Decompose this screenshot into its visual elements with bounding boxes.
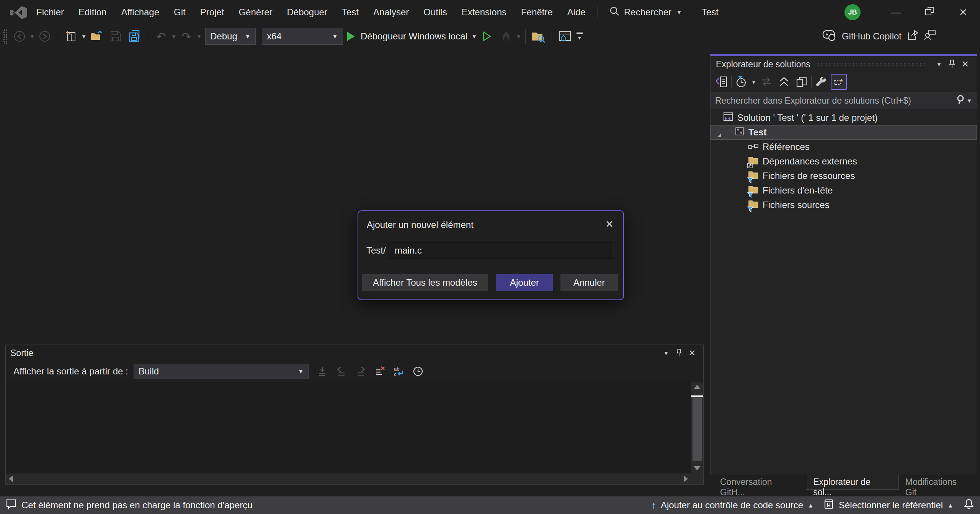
next-message-icon[interactable] xyxy=(352,363,369,380)
solution-explorer-window-button[interactable] xyxy=(556,28,574,45)
undo-button[interactable]: ↶ xyxy=(152,28,170,45)
tab-git-changes[interactable]: Modifications Git xyxy=(898,475,977,490)
properties-icon[interactable] xyxy=(813,74,829,90)
scroll-up-icon[interactable] xyxy=(694,385,701,389)
menu-fenetre[interactable]: Fenêtre xyxy=(514,0,560,24)
tree-row-solution[interactable]: Solution ' Test ' (' 1 sur 1 de projet) xyxy=(710,111,977,125)
profiler-dropdown[interactable]: ▾ xyxy=(516,33,522,41)
scroll-left-icon[interactable] xyxy=(9,475,13,482)
start-debug-button[interactable]: Débogueur Windows local xyxy=(346,31,471,42)
pane-options-dropdown[interactable]: ▾ xyxy=(660,347,673,359)
menu-deboguer[interactable]: Déboguer xyxy=(279,0,334,24)
menu-edition[interactable]: Edition xyxy=(71,0,114,24)
navigate-back-dropdown[interactable]: ▾ xyxy=(29,33,35,41)
scroll-down-icon[interactable] xyxy=(694,466,701,470)
close-window-button[interactable]: ✕ xyxy=(946,0,980,24)
expander-icon[interactable] xyxy=(716,130,722,135)
vertical-scrollbar[interactable] xyxy=(691,382,703,473)
restore-button[interactable] xyxy=(913,0,946,24)
triangle-up-icon[interactable]: ▲ xyxy=(947,502,953,509)
search-options-dropdown[interactable]: ▾ xyxy=(966,97,972,105)
toolbar-overflow-button[interactable]: ▾ xyxy=(576,32,583,41)
share-icon[interactable] xyxy=(907,29,918,43)
debug-target-dropdown[interactable]: ▾ xyxy=(471,33,477,41)
output-header[interactable]: Sortie ▾ ✕ xyxy=(6,345,703,361)
tab-github-conversation[interactable]: Conversation GitH... xyxy=(713,475,806,490)
tab-solution-explorer[interactable]: Explorateur de sol... xyxy=(806,475,898,490)
redo-dropdown[interactable]: ▾ xyxy=(196,33,202,41)
github-copilot-icon[interactable] xyxy=(822,29,836,44)
pin-icon[interactable] xyxy=(673,347,686,359)
menu-projet[interactable]: Projet xyxy=(193,0,232,24)
filter-dropdown[interactable]: ▾ xyxy=(751,78,757,86)
menu-extensions[interactable]: Extensions xyxy=(454,0,514,24)
minimize-button[interactable]: — xyxy=(879,0,913,24)
add-source-control-button[interactable]: Ajouter au contrôle de code source xyxy=(661,500,803,511)
close-pane-button[interactable]: ✕ xyxy=(959,59,972,70)
save-button[interactable] xyxy=(107,28,124,45)
global-search[interactable]: Rechercher ▾ xyxy=(609,0,682,24)
horizontal-scrollbar[interactable] xyxy=(6,473,691,484)
find-in-files-button[interactable] xyxy=(530,28,547,45)
tree-row-references[interactable]: Références xyxy=(710,140,977,154)
new-item-button[interactable] xyxy=(62,28,80,45)
tree-row-resource-files[interactable]: Fichiers de ressources xyxy=(710,169,977,183)
solution-search-box[interactable]: Rechercher dans Explorateur de solutions… xyxy=(710,92,977,109)
word-wrap-icon[interactable]: abc xyxy=(390,363,407,380)
pane-options-dropdown[interactable]: ▾ xyxy=(933,59,946,70)
pending-changes-filter-icon[interactable] xyxy=(733,74,749,90)
add-button[interactable]: Ajouter xyxy=(496,274,553,291)
open-folder-button[interactable] xyxy=(88,28,105,45)
triangle-up-icon[interactable]: ▲ xyxy=(808,502,813,509)
search-icon[interactable] xyxy=(956,94,966,107)
avatar[interactable]: JB xyxy=(844,4,861,20)
show-all-files-icon[interactable] xyxy=(831,74,847,90)
menu-test[interactable]: Test xyxy=(335,0,366,24)
profiler-icon[interactable] xyxy=(497,28,515,45)
solution-configuration-select[interactable]: Debug ▾ xyxy=(205,28,256,45)
clear-all-icon[interactable] xyxy=(371,363,388,380)
menu-generer[interactable]: Générer xyxy=(231,0,279,24)
sync-with-active-document-icon[interactable] xyxy=(758,74,774,90)
show-all-templates-button[interactable]: Afficher Tous les modèles xyxy=(362,274,488,291)
tree-row-external-deps[interactable]: Dépendances externes xyxy=(710,154,977,169)
scroll-right-icon[interactable] xyxy=(684,475,688,482)
notifications-bell-icon[interactable] xyxy=(964,498,974,512)
solution-explorer-header[interactable]: Explorateur de solutions ▾ ✕ xyxy=(710,56,977,72)
tree-row-source-files[interactable]: Fichiers sources xyxy=(710,198,977,212)
menu-analyser[interactable]: Analyser xyxy=(366,0,416,24)
timestamp-icon[interactable] xyxy=(410,363,426,380)
cancel-button[interactable]: Annuler xyxy=(560,274,618,291)
undo-dropdown[interactable]: ▾ xyxy=(171,33,177,41)
close-pane-button[interactable]: ✕ xyxy=(686,347,699,359)
tree-row-project-test[interactable]: Test xyxy=(710,125,977,140)
output-text-area[interactable] xyxy=(6,382,703,484)
menu-outils[interactable]: Outils xyxy=(416,0,454,24)
scrollbar-thumb[interactable] xyxy=(693,398,702,461)
tree-row-header-files[interactable]: Fichiers d'en-tête xyxy=(710,183,977,198)
pin-icon[interactable] xyxy=(946,59,959,70)
save-all-button[interactable] xyxy=(126,28,144,45)
solution-platform-select[interactable]: x64 ▾ xyxy=(262,28,343,45)
send-feedback-icon[interactable] xyxy=(924,29,936,43)
dialog-close-button[interactable]: ✕ xyxy=(602,216,617,232)
copilot-label[interactable]: GitHub Copilot xyxy=(842,31,902,42)
menu-git[interactable]: Git xyxy=(167,0,193,24)
redo-button[interactable]: ↷ xyxy=(178,28,195,45)
new-item-dropdown[interactable]: ▾ xyxy=(81,33,87,41)
output-source-select[interactable]: Build ▾ xyxy=(134,364,309,379)
previous-message-icon[interactable] xyxy=(333,363,350,380)
filename-input[interactable] xyxy=(389,242,614,259)
collapse-all-icon[interactable] xyxy=(776,74,792,90)
toolbar-grip[interactable] xyxy=(3,29,8,44)
select-repository-button[interactable]: Sélectionner le référentiel xyxy=(839,500,943,511)
menu-aide[interactable]: Aide xyxy=(560,0,593,24)
navigate-forward-button[interactable] xyxy=(36,28,54,45)
go-to-message-icon[interactable] xyxy=(314,363,331,380)
start-without-debug-button[interactable] xyxy=(478,28,496,45)
navigate-back-button[interactable] xyxy=(11,28,28,45)
preview-selected-items-icon[interactable] xyxy=(794,74,810,90)
switch-views-icon[interactable] xyxy=(714,74,730,90)
menu-affichage[interactable]: Affichage xyxy=(114,0,167,24)
menu-fichier[interactable]: Fichier xyxy=(29,0,71,24)
